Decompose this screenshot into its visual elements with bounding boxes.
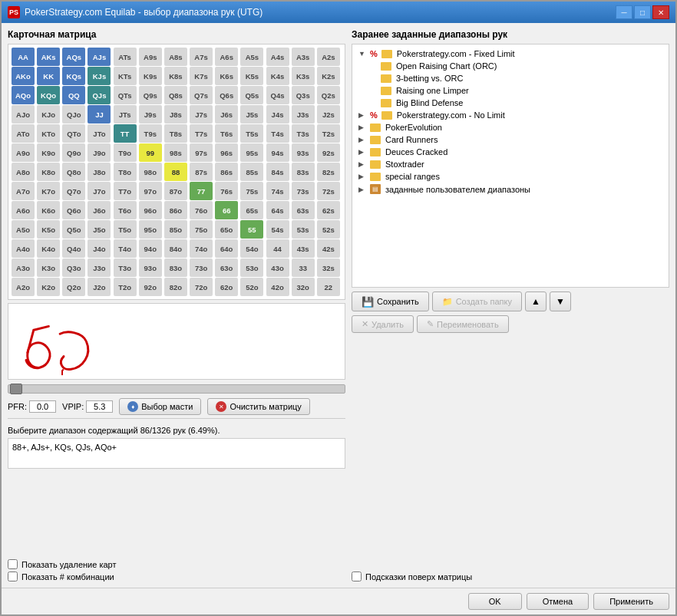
matrix-cell[interactable]: 93o (139, 259, 162, 277)
matrix-cell[interactable]: 74s (266, 182, 289, 200)
matrix-cell[interactable]: Q9o (62, 143, 85, 162)
matrix-cell[interactable]: K5s (240, 67, 263, 85)
tree-item-bbd[interactable]: Big Blind Defense (355, 97, 665, 109)
matrix-cell[interactable]: K8s (164, 67, 187, 85)
matrix-cell[interactable]: 86o (164, 201, 187, 219)
matrix-cell[interactable]: AQo (12, 86, 35, 104)
matrix-cell[interactable]: 52s (317, 220, 340, 239)
matrix-cell[interactable]: 96o (139, 201, 162, 219)
minimize-button[interactable]: ─ (616, 5, 632, 19)
matrix-cell[interactable]: AKo (12, 67, 35, 85)
matrix-cell[interactable]: Q9s (139, 86, 162, 104)
matrix-cell[interactable]: Q8s (164, 86, 187, 104)
matrix-cell[interactable]: A3o (12, 259, 35, 277)
cancel-button[interactable]: Отмена (527, 593, 589, 610)
tree-item-pokerstrategy-fl[interactable]: ▼%Pokerstrategy.com - Fixed Limit (355, 48, 665, 60)
matrix-cell[interactable]: K6s (215, 67, 238, 85)
matrix-cell[interactable]: QJo (62, 105, 85, 124)
rename-button[interactable]: ✎ Переименовать (417, 315, 509, 333)
matrix-cell[interactable]: 32o (292, 278, 315, 296)
matrix-cell[interactable]: JJ (88, 105, 111, 124)
matrix-cell[interactable]: A9o (12, 143, 35, 162)
matrix-cell[interactable]: 74o (190, 239, 213, 258)
matrix-cell[interactable]: Q3o (62, 259, 85, 277)
matrix-cell[interactable]: KJs (88, 67, 111, 85)
matrix-cell[interactable]: J3s (292, 105, 315, 124)
matrix-cell[interactable]: 87o (164, 182, 187, 200)
matrix-cell[interactable]: J4o (88, 239, 111, 258)
matrix-cell[interactable]: AA (12, 48, 35, 66)
matrix-cell[interactable]: A2o (12, 278, 35, 296)
matrix-cell[interactable]: 53s (292, 220, 315, 239)
matrix-cell[interactable]: 75o (190, 220, 213, 239)
matrix-cell[interactable]: KK (37, 67, 60, 85)
delete-button[interactable]: ✕ Удалить (352, 315, 414, 333)
matrix-cell[interactable]: T5s (240, 124, 263, 143)
matrix-cell[interactable]: 84o (164, 239, 187, 258)
matrix-cell[interactable]: K9s (139, 67, 162, 85)
matrix-cell[interactable]: A4o (12, 239, 35, 258)
matrix-cell[interactable]: 98o (139, 163, 162, 181)
matrix-cell[interactable]: K2s (317, 67, 340, 85)
matrix-cell[interactable]: KTs (114, 67, 137, 85)
matrix-cell[interactable]: 54s (266, 220, 289, 239)
matrix-cell[interactable]: 97o (139, 182, 162, 200)
matrix-cell[interactable]: Q2s (317, 86, 340, 104)
matrix-cell[interactable]: 92s (317, 143, 340, 162)
matrix-cell[interactable]: 84s (266, 163, 289, 181)
ok-button[interactable]: OK (468, 593, 522, 610)
matrix-cell[interactable]: A4s (266, 48, 289, 66)
matrix-cell[interactable]: T3o (114, 259, 137, 277)
matrix-cell[interactable]: 76o (190, 201, 213, 219)
matrix-cell[interactable]: K2o (37, 278, 60, 296)
matrix-cell[interactable]: 43o (266, 259, 289, 277)
matrix-cell[interactable]: J6o (88, 201, 111, 219)
matrix-cell[interactable]: J9s (139, 105, 162, 124)
matrix-cell[interactable]: ATo (12, 124, 35, 143)
matrix-cell[interactable]: A6o (12, 201, 35, 219)
show-combos-checkbox[interactable] (8, 572, 18, 581)
matrix-cell[interactable]: 86s (215, 163, 238, 181)
hints-checkbox[interactable] (352, 572, 362, 581)
suit-select-button[interactable]: ♦ Выбор масти (119, 398, 201, 415)
matrix-cell[interactable]: K8o (37, 163, 60, 181)
matrix-cell[interactable]: 72o (190, 278, 213, 296)
matrix-cell[interactable]: Q5s (240, 86, 263, 104)
matrix-cell[interactable]: K5o (37, 220, 60, 239)
matrix-cell[interactable]: J5s (240, 105, 263, 124)
matrix-cell[interactable]: 43s (292, 239, 315, 258)
tree-item-3bet[interactable]: 3-betting vs. ORC (355, 72, 665, 84)
matrix-cell[interactable]: J2o (88, 278, 111, 296)
matrix-cell[interactable]: J8s (164, 105, 187, 124)
matrix-cell[interactable]: 63o (215, 259, 238, 277)
matrix-cell[interactable]: A3s (292, 48, 315, 66)
matrix-cell[interactable]: T7o (114, 182, 137, 200)
matrix-cell[interactable]: 82s (317, 163, 340, 181)
matrix-cell[interactable]: 53o (240, 259, 263, 277)
matrix-cell[interactable]: T4o (114, 239, 137, 258)
matrix-cell[interactable]: 83s (292, 163, 315, 181)
matrix-cell[interactable]: 52o (240, 278, 263, 296)
matrix-cell[interactable]: A8o (12, 163, 35, 181)
create-folder-button[interactable]: 📁 Создать папку (432, 292, 522, 311)
slider-track[interactable] (8, 384, 345, 394)
matrix-cell[interactable]: 63s (292, 201, 315, 219)
matrix-cell[interactable]: Q6s (215, 86, 238, 104)
matrix-cell[interactable]: JTo (88, 124, 111, 143)
close-button[interactable]: ✕ (652, 5, 669, 19)
matrix-cell[interactable]: 44 (266, 239, 289, 258)
matrix-cell[interactable]: Q6o (62, 201, 85, 219)
matrix-cell[interactable]: 64o (215, 239, 238, 258)
matrix-cell[interactable]: 55 (240, 220, 263, 239)
matrix-cell[interactable]: QTo (62, 124, 85, 143)
matrix-cell[interactable]: 22 (317, 278, 340, 296)
matrix-cell[interactable]: K9o (37, 143, 60, 162)
matrix-cell[interactable]: J9o (88, 143, 111, 162)
matrix-cell[interactable]: 73s (292, 182, 315, 200)
matrix-cell[interactable]: AQs (62, 48, 85, 66)
matrix-cell[interactable]: 95s (240, 143, 263, 162)
matrix-cell[interactable]: QQ (62, 86, 85, 104)
maximize-button[interactable]: □ (634, 5, 651, 19)
matrix-cell[interactable]: 75s (240, 182, 263, 200)
matrix-cell[interactable]: J2s (317, 105, 340, 124)
